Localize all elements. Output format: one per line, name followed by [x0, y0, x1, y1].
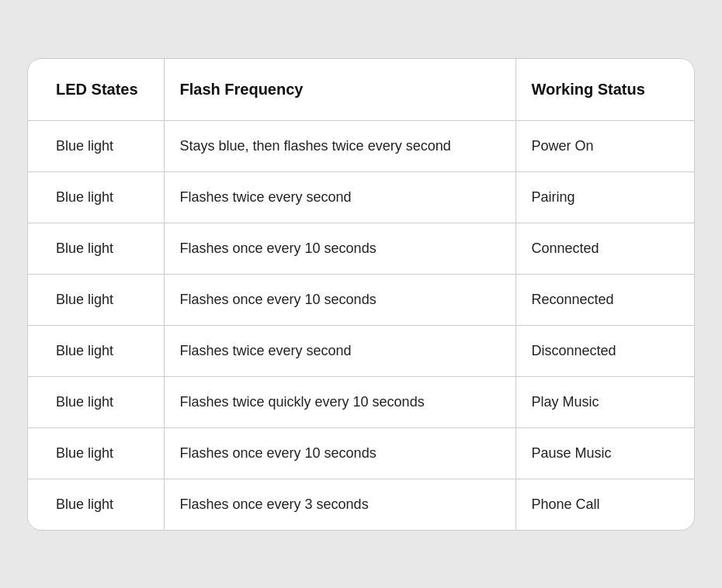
cell-flash-frequency: Stays blue, then flashes twice every sec… — [164, 120, 515, 171]
header-working-status: Working Status — [515, 59, 694, 121]
cell-led-state: Blue light — [28, 479, 164, 530]
cell-flash-frequency: Flashes once every 10 seconds — [164, 223, 515, 274]
cell-working-status: Pairing — [515, 171, 694, 223]
cell-flash-frequency: Flashes once every 10 seconds — [164, 274, 515, 325]
cell-led-state: Blue light — [28, 223, 164, 274]
cell-working-status: Reconnected — [515, 274, 694, 325]
table-row: Blue lightFlashes twice quickly every 10… — [28, 376, 694, 427]
cell-led-state: Blue light — [28, 325, 164, 376]
cell-led-state: Blue light — [28, 274, 164, 325]
table-row: Blue lightStays blue, then flashes twice… — [28, 120, 694, 171]
led-states-table: LED States Flash Frequency Working Statu… — [28, 59, 694, 530]
table-row: Blue lightFlashes once every 10 secondsC… — [28, 223, 694, 274]
cell-led-state: Blue light — [28, 376, 164, 427]
cell-flash-frequency: Flashes once every 3 seconds — [164, 479, 515, 530]
table-row: Blue lightFlashes once every 10 secondsR… — [28, 274, 694, 325]
table-row: Blue lightFlashes twice every secondDisc… — [28, 325, 694, 376]
cell-working-status: Pause Music — [515, 427, 694, 479]
cell-led-state: Blue light — [28, 171, 164, 223]
led-states-table-container: LED States Flash Frequency Working Statu… — [27, 58, 695, 531]
cell-flash-frequency: Flashes once every 10 seconds — [164, 427, 515, 479]
header-led-states: LED States — [28, 59, 164, 121]
header-flash-frequency: Flash Frequency — [164, 59, 515, 121]
cell-working-status: Power On — [515, 120, 694, 171]
cell-flash-frequency: Flashes twice quickly every 10 seconds — [164, 376, 515, 427]
cell-led-state: Blue light — [28, 427, 164, 479]
cell-flash-frequency: Flashes twice every second — [164, 325, 515, 376]
cell-working-status: Disconnected — [515, 325, 694, 376]
cell-working-status: Phone Call — [515, 479, 694, 530]
cell-working-status: Connected — [515, 223, 694, 274]
cell-led-state: Blue light — [28, 120, 164, 171]
table-header-row: LED States Flash Frequency Working Statu… — [28, 59, 694, 121]
cell-working-status: Play Music — [515, 376, 694, 427]
table-row: Blue lightFlashes once every 10 secondsP… — [28, 427, 694, 479]
cell-flash-frequency: Flashes twice every second — [164, 171, 515, 223]
table-row: Blue lightFlashes twice every secondPair… — [28, 171, 694, 223]
table-row: Blue lightFlashes once every 3 secondsPh… — [28, 479, 694, 530]
